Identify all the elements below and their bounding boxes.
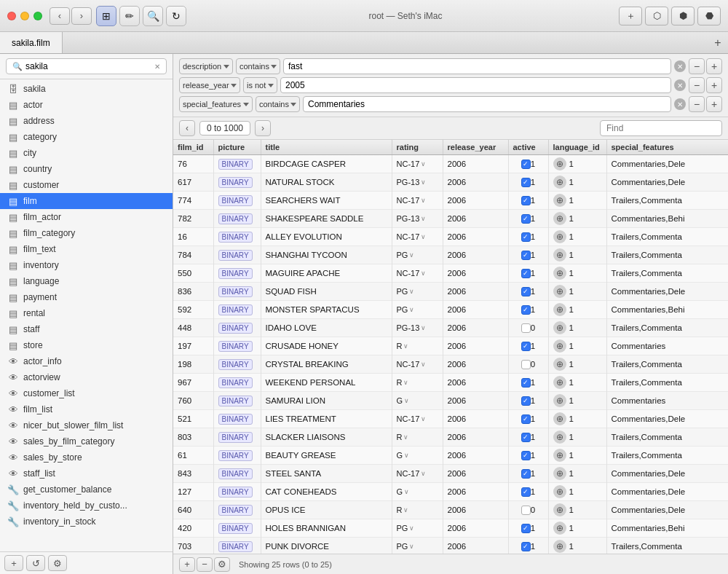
cell-active[interactable]: ✓ 1 xyxy=(508,246,548,264)
cell-rating[interactable]: G ∨ xyxy=(392,483,443,501)
col-header-picture[interactable]: picture xyxy=(213,140,261,155)
forward-button[interactable]: › xyxy=(71,7,92,25)
lang-add-icon[interactable]: ⊕ xyxy=(553,248,566,262)
cell-rating[interactable]: G ∨ xyxy=(392,392,443,410)
sidebar-item-actorview[interactable]: 👁actorview xyxy=(0,369,173,385)
cell-active[interactable]: ✓ 1 xyxy=(508,228,548,246)
sidebar-item-address[interactable]: ▤address xyxy=(0,113,173,129)
checkbox-checked[interactable]: ✓ xyxy=(521,378,531,388)
cell-rating[interactable]: G ∨ xyxy=(392,447,443,465)
sidebar-settings-button[interactable]: ⚙ xyxy=(48,555,67,571)
sidebar-item-customer_list[interactable]: 👁customer_list xyxy=(0,385,173,401)
cell-active[interactable]: ✓ 1 xyxy=(508,155,548,173)
checkbox-unchecked[interactable] xyxy=(521,506,531,515)
table-row[interactable]: 448BINARYIDAHO LOVEPG-13 ∨2006 0⊕1Traile… xyxy=(173,319,728,337)
checkbox-checked[interactable]: ✓ xyxy=(521,196,531,205)
lang-add-icon[interactable]: ⊕ xyxy=(553,321,566,334)
sidebar-item-city[interactable]: ▤city xyxy=(0,145,173,161)
sidebar-item-staff[interactable]: ▤staff xyxy=(0,321,173,337)
lang-add-icon[interactable]: ⊕ xyxy=(553,430,566,444)
prev-page-button[interactable]: ‹ xyxy=(179,120,195,136)
checkbox-checked[interactable]: ✓ xyxy=(521,287,531,296)
table-row[interactable]: 617BINARYNATURAL STOCKPG-13 ∨2006✓ 1⊕1Co… xyxy=(173,173,728,192)
lang-add-icon[interactable]: ⊕ xyxy=(553,503,566,516)
sidebar-item-sales_by_store[interactable]: 👁sales_by_store xyxy=(0,449,173,465)
table-row[interactable]: 197BINARYCRUSADE HONEYR ∨2006✓ 1⊕1Commen… xyxy=(173,337,728,355)
checkbox-checked[interactable]: ✓ xyxy=(521,396,531,406)
maximize-button[interactable] xyxy=(33,12,42,20)
lang-add-icon[interactable]: ⊕ xyxy=(553,467,566,480)
filter-clear-2[interactable]: ✕ xyxy=(674,98,686,110)
checkbox-checked[interactable]: ✓ xyxy=(521,178,531,187)
sidebar-item-category[interactable]: ▤category xyxy=(0,129,173,145)
checkbox-checked[interactable]: ✓ xyxy=(521,414,531,424)
col-header-rating[interactable]: rating xyxy=(392,140,443,155)
checkbox-checked[interactable]: ✓ xyxy=(521,305,531,315)
table-row[interactable]: 782BINARYSHAKESPEARE SADDLEPG-13 ∨2006✓ … xyxy=(173,210,728,228)
refresh-icon[interactable]: ↻ xyxy=(166,6,186,26)
table-row[interactable]: 760BINARYSAMURAI LIONG ∨2006✓ 1⊕1Comment… xyxy=(173,392,728,410)
lang-add-icon[interactable]: ⊕ xyxy=(553,267,566,280)
cell-rating[interactable]: PG ∨ xyxy=(392,538,443,554)
filter-add-2[interactable]: + xyxy=(706,96,722,112)
page-range[interactable]: 0 to 1000 xyxy=(199,121,250,135)
filter-operator-0[interactable]: contains xyxy=(236,58,280,74)
cell-active[interactable]: ✓ 1 xyxy=(508,538,548,554)
checkbox-checked[interactable]: ✓ xyxy=(521,487,531,497)
cell-active[interactable]: 0 xyxy=(508,319,548,337)
search-icon[interactable]: 🔍 xyxy=(143,6,163,26)
table-row[interactable]: 198BINARYCRYSTAL BREAKINGNC-17 ∨2006 0⊕1… xyxy=(173,355,728,374)
sidebar-item-get_customer_balance[interactable]: 🔧get_customer_balance xyxy=(0,481,173,498)
table-row[interactable]: 784BINARYSHANGHAI TYCOONPG ∨2006✓ 1⊕1Tra… xyxy=(173,246,728,264)
sidebar-item-inventory[interactable]: ▤inventory xyxy=(0,257,173,273)
checkbox-checked[interactable]: ✓ xyxy=(521,251,531,260)
table-row[interactable]: 967BINARYWEEKEND PERSONALR ∨2006✓ 1⊕1Tra… xyxy=(173,374,728,392)
cell-active[interactable]: ✓ 1 xyxy=(508,337,548,355)
table-row[interactable]: 803BINARYSLACKER LIAISONSR ∨2006✓ 1⊕1Tra… xyxy=(173,428,728,447)
sidebar-item-film_list[interactable]: 👁film_list xyxy=(0,401,173,417)
col-header-title[interactable]: title xyxy=(261,140,392,155)
table-row[interactable]: 61BINARYBEAUTY GREASEG ∨2006✓ 1⊕1Trailer… xyxy=(173,447,728,465)
filter-value-0[interactable] xyxy=(283,58,671,74)
table-row[interactable]: 420BINARYHOLES BRANNIGANPG ∨2006✓ 1⊕1Com… xyxy=(173,519,728,538)
sidebar-item-nicer_but_slower_film_list[interactable]: 👁nicer_but_slower_film_list xyxy=(0,417,173,433)
col-header-special_features[interactable]: special_features xyxy=(606,140,728,155)
lang-add-icon[interactable]: ⊕ xyxy=(553,303,566,316)
cell-active[interactable]: ✓ 1 xyxy=(508,301,548,319)
filter-clear-0[interactable]: ✕ xyxy=(674,60,686,72)
table-row[interactable]: 640BINARYOPUS ICER ∨2006 0⊕1Commentaries… xyxy=(173,501,728,519)
sidebar-item-film_text[interactable]: ▤film_text xyxy=(0,241,173,257)
cell-rating[interactable]: PG-13 ∨ xyxy=(392,173,443,192)
cell-rating[interactable]: NC-17 ∨ xyxy=(392,264,443,283)
cell-rating[interactable]: PG ∨ xyxy=(392,301,443,319)
cell-rating[interactable]: NC-17 ∨ xyxy=(392,192,443,210)
checkbox-checked[interactable]: ✓ xyxy=(521,542,531,551)
tab-sakila-film[interactable]: sakila.film xyxy=(0,32,63,53)
checkbox-unchecked[interactable] xyxy=(521,360,531,369)
grid-view-icon[interactable]: ⊞ xyxy=(96,6,116,26)
checkbox-checked[interactable]: ✓ xyxy=(521,469,531,479)
filter-operator-1[interactable]: is not xyxy=(243,77,277,93)
row-remove-button[interactable]: − xyxy=(197,557,213,572)
lang-add-icon[interactable]: ⊕ xyxy=(553,376,566,389)
sidebar-item-customer[interactable]: ▤customer xyxy=(0,177,173,193)
sidebar-add-button[interactable]: + xyxy=(4,555,23,571)
lang-add-icon[interactable]: ⊕ xyxy=(553,412,566,425)
cell-active[interactable]: ✓ 1 xyxy=(508,374,548,392)
filter-remove-0[interactable]: − xyxy=(689,58,705,74)
table-row[interactable]: 703BINARYPUNK DIVORCEPG ∨2006✓ 1⊕1Traile… xyxy=(173,538,728,554)
add-tab-button[interactable]: + xyxy=(708,32,728,53)
lang-add-icon[interactable]: ⊕ xyxy=(553,230,566,243)
lang-add-icon[interactable]: ⊕ xyxy=(553,485,566,498)
table-row[interactable]: 774BINARYSEARCHERS WAITNC-17 ∨2006✓ 1⊕1T… xyxy=(173,192,728,210)
row-settings-button[interactable]: ⚙ xyxy=(214,557,230,572)
share-icon[interactable]: ⬡ xyxy=(645,7,668,25)
col-header-film_id[interactable]: film_id xyxy=(173,140,213,155)
cell-rating[interactable]: R ∨ xyxy=(392,501,443,519)
cell-rating[interactable]: NC-17 ∨ xyxy=(392,155,443,173)
sidebar-item-rental[interactable]: ▤rental xyxy=(0,305,173,321)
clear-search-icon[interactable]: ✕ xyxy=(154,63,160,71)
col-header-language_id[interactable]: language_id xyxy=(548,140,606,155)
lang-add-icon[interactable]: ⊕ xyxy=(553,176,566,189)
filter-field-0[interactable]: description xyxy=(179,58,233,74)
